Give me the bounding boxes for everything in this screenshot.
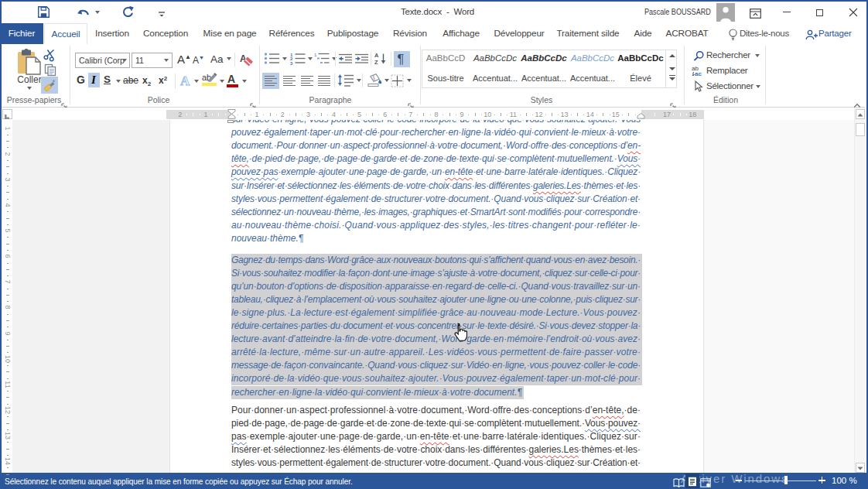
svg-text:ac: ac bbox=[695, 70, 702, 77]
svg-text:A: A bbox=[374, 52, 379, 59]
svg-text:Z: Z bbox=[374, 59, 378, 65]
svg-text:1: 1 bbox=[314, 53, 317, 57]
svg-text:A: A bbox=[180, 74, 190, 87]
svg-text:3: 3 bbox=[290, 61, 293, 66]
